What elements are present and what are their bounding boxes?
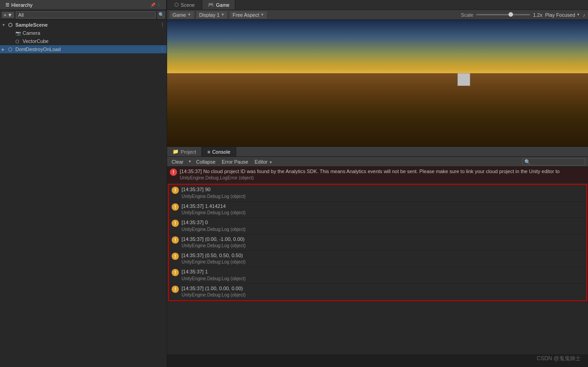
log6-line1: [14:35:37] 1 xyxy=(182,268,583,275)
tree-item-dontdestroyonload[interactable]: ▶ ⬡ DontDestroyOnLoad ⋮ xyxy=(0,45,167,53)
game-toolbar: Game ▼ Display 1 ▼ Free Aspect ▼ Scale 1… xyxy=(167,10,588,20)
clear-button[interactable]: Clear xyxy=(170,159,185,165)
play-focused-arrow: ▼ xyxy=(577,13,580,17)
hierarchy-tree: ▼ ⬡ SampleScene ⋮ 📷 Camera ⬡ VectorCube … xyxy=(0,20,167,367)
error-text: [14:35:37] No cloud project ID was found… xyxy=(180,168,585,181)
log3-icon: ! xyxy=(172,220,179,227)
tree-arrow-dontdestroy: ▶ xyxy=(2,47,7,52)
tree-item-vectorcube[interactable]: ⬡ VectorCube xyxy=(0,37,167,45)
display-dropdown-button[interactable]: Display 1 ▼ xyxy=(196,11,227,19)
collapse-button[interactable]: Collapse xyxy=(194,159,217,165)
add-icon: + xyxy=(4,12,6,18)
editor-arrow-icon: ▼ xyxy=(269,160,273,165)
console-log-msg-5[interactable]: ! [14:35:37] (0.50, 0.50, 0.50) UnityEng… xyxy=(169,251,586,267)
log4-icon: ! xyxy=(172,236,179,244)
tree-arrow-samplescene: ▼ xyxy=(2,23,7,27)
log5-line1: [14:35:37] (0.50, 0.50, 0.50) xyxy=(182,252,583,259)
tab-hierarchy[interactable]: ☰ Hierarchy 📌 ⋮ xyxy=(0,0,167,9)
tree-menu-dontdestroy[interactable]: ⋮ xyxy=(160,47,165,52)
game-viewport xyxy=(167,20,588,146)
console-error-msg[interactable]: ! [14:35:37] No cloud project ID was fou… xyxy=(167,167,588,183)
log6-icon: ! xyxy=(172,269,179,276)
tree-label-camera: Camera xyxy=(23,30,40,36)
console-log-msg-2[interactable]: ! [14:35:37] 1.414214 UnityEngine.Debug:… xyxy=(169,202,586,218)
scale-value: 1.2x xyxy=(533,12,542,18)
game-label: Game xyxy=(173,12,186,18)
log2-line2: UnityEngine.Debug:Log (object) xyxy=(182,210,583,216)
error-pause-label: Error Pause xyxy=(222,159,248,165)
console-log-msg-7[interactable]: ! [14:35:37] (1.00, 0.00, 0.00) UnityEng… xyxy=(169,284,586,300)
error-line1: [14:35:37] No cloud project ID was found… xyxy=(180,168,585,175)
game-tab-label: Game xyxy=(216,2,229,8)
console-log-msg-4[interactable]: ! [14:35:37] (0.00, -1.00, 0.00) UnityEn… xyxy=(169,235,586,251)
scene-tab-icon: ⬡ xyxy=(174,2,179,8)
audio-icon[interactable]: ♪ xyxy=(583,12,586,18)
error-line2: UnityEngine.Debug.LogError (object) xyxy=(180,175,585,181)
add-arrow-icon: ▼ xyxy=(7,12,12,18)
console-content: ! [14:35:37] No cloud project ID was fou… xyxy=(167,167,588,354)
tab-game[interactable]: 🎮 Game xyxy=(202,0,235,9)
log1-line1: [14:35:37] 90 xyxy=(182,186,583,193)
scale-label: Scale xyxy=(461,12,474,18)
console-tab-label: Console xyxy=(212,149,230,155)
log1-line2: UnityEngine.Debug:Log (object) xyxy=(182,193,583,200)
editor-dropdown-button[interactable]: Editor ▼ xyxy=(253,159,275,165)
game-tab-icon: 🎮 xyxy=(208,2,214,8)
console-tab-icon: ≡ xyxy=(207,149,210,155)
tree-icon-vectorcube: ⬡ xyxy=(15,39,22,44)
aspect-arrow-icon: ▼ xyxy=(261,13,264,17)
aspect-label: Free Aspect xyxy=(233,12,259,18)
log4-line1: [14:35:37] (0.00, -1.00, 0.00) xyxy=(182,236,583,243)
display-arrow-icon: ▼ xyxy=(221,13,224,17)
cube-object xyxy=(457,73,470,86)
console-log-msg-3[interactable]: ! [14:35:37] 0 UnityEngine.Debug:Log (ob… xyxy=(169,218,586,234)
tree-item-camera[interactable]: 📷 Camera xyxy=(0,29,167,37)
log5-line2: UnityEngine.Debug:Log (object) xyxy=(182,259,583,265)
tree-label-dontdestroy: DontDestroyOnLoad xyxy=(15,47,61,52)
aspect-dropdown-button[interactable]: Free Aspect ▼ xyxy=(230,11,267,19)
clear-arrow[interactable]: ▼ xyxy=(188,160,191,164)
error-icon: ! xyxy=(170,169,177,176)
hierarchy-search-input[interactable] xyxy=(16,11,156,19)
tree-icon-dontdestroy: ⬡ xyxy=(8,47,14,52)
play-focused-section: Play Focused ▼ xyxy=(545,12,580,18)
tree-item-samplescene[interactable]: ▼ ⬡ SampleScene ⋮ xyxy=(0,21,167,29)
game-arrow-icon: ▼ xyxy=(187,13,191,17)
tab-project[interactable]: 📁 Project xyxy=(167,147,202,156)
tab-console[interactable]: ≡ Console xyxy=(202,147,236,156)
ground-background xyxy=(167,73,588,146)
scale-slider[interactable] xyxy=(476,14,530,15)
console-toolbar: Clear ▼ Collapse Error Pause Editor ▼ xyxy=(167,157,588,167)
log5-icon: ! xyxy=(172,253,179,260)
game-dropdown-button[interactable]: Game ▼ xyxy=(170,11,194,19)
tab-scene[interactable]: ⬡ Scene xyxy=(167,0,202,9)
watermark: CSDN @鬼鬼骑士 xyxy=(537,355,581,362)
log3-line2: UnityEngine.Debug:Log (object) xyxy=(182,226,583,233)
add-object-button[interactable]: + ▼ xyxy=(2,12,14,18)
play-focused-label: Play Focused xyxy=(545,12,575,18)
tree-icon-camera: 📷 xyxy=(15,31,22,36)
tree-label-samplescene: SampleScene xyxy=(15,22,48,28)
project-tab-icon: 📁 xyxy=(173,149,179,155)
bottom-tabs: 📁 Project ≡ Console xyxy=(167,147,588,157)
log3-line1: [14:35:37] 0 xyxy=(182,219,583,226)
log7-line1: [14:35:37] (1.00, 0.00, 0.00) xyxy=(182,285,583,292)
log7-icon: ! xyxy=(172,286,179,293)
error-pause-button[interactable]: Error Pause xyxy=(220,159,250,165)
log1-icon: ! xyxy=(172,187,179,194)
log7-line2: UnityEngine.Debug:Log (object) xyxy=(182,292,583,298)
hierarchy-tab-label: Hierarchy xyxy=(11,2,33,8)
tree-icon-samplescene: ⬡ xyxy=(8,22,14,28)
hierarchy-tab-icon: ☰ xyxy=(5,2,9,7)
console-search-input[interactable] xyxy=(522,158,585,165)
console-log-msg-1[interactable]: ! [14:35:37] 90 UnityEngine.Debug:Log (o… xyxy=(169,185,586,201)
scale-thumb xyxy=(509,12,513,17)
tree-menu-samplescene[interactable]: ⋮ xyxy=(160,22,165,28)
hierarchy-search-button[interactable]: 🔍 xyxy=(158,11,165,19)
selected-log-group: ! [14:35:37] 90 UnityEngine.Debug:Log (o… xyxy=(168,184,587,301)
console-log-msg-6[interactable]: ! [14:35:37] 1 UnityEngine.Debug:Log (ob… xyxy=(169,267,586,283)
log6-line2: UnityEngine.Debug:Log (object) xyxy=(182,276,583,282)
clear-label: Clear xyxy=(172,159,183,165)
bottom-panel: 📁 Project ≡ Console Clear ▼ Collapse xyxy=(167,146,588,354)
collapse-label: Collapse xyxy=(196,159,215,165)
